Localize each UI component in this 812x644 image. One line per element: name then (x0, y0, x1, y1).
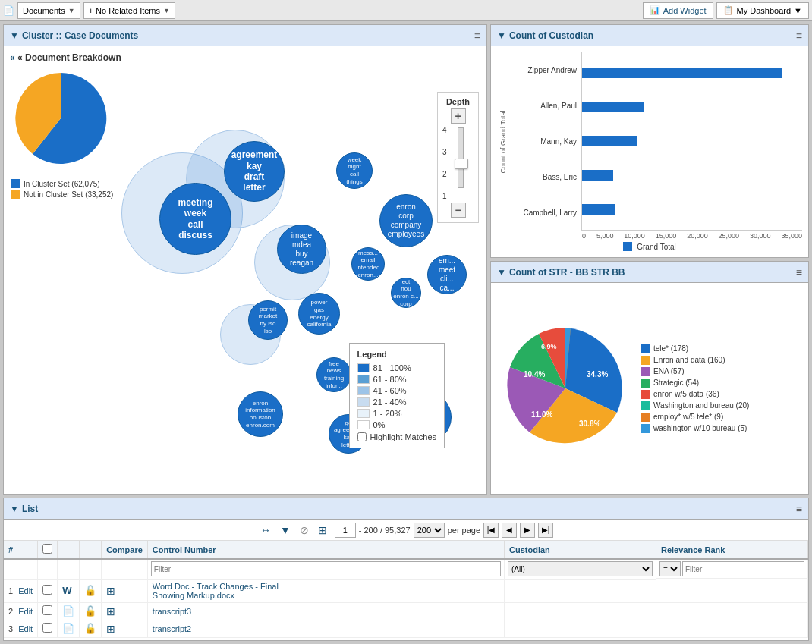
grid-icon[interactable]: ⊞ (316, 523, 329, 538)
row3-checkbox[interactable] (42, 623, 52, 633)
bar-chart-icon: 📊 (650, 5, 660, 15)
str-legend-enron-w5: enron w/5 data (36) (641, 390, 749, 399)
row3-control: transcript2 (147, 620, 504, 637)
bar-chart-x-labels: 0 5,000 10,000 15,000 20,000 25,000 30,0… (497, 232, 802, 240)
depth-1: 1 (442, 192, 447, 200)
documents-dropdown[interactable]: Documents ▼ (17, 2, 80, 19)
compare-icon-3[interactable]: ⊞ (106, 623, 115, 635)
depth-plus-button[interactable]: + (451, 108, 466, 124)
row2-icon-doc: 📄 (58, 602, 80, 620)
col-icon2 (80, 541, 102, 559)
row1-doc-link[interactable]: Word Doc - Track Changes - FinalShowing … (153, 582, 279, 600)
first-page-button[interactable]: |◀ (483, 523, 499, 538)
row1-edit-link[interactable]: Edit (18, 586, 33, 595)
row2-edit-link[interactable]: Edit (18, 607, 33, 616)
col-compare: Compare (102, 541, 148, 559)
left-panel-title: ▼ Cluster :: Case Documents (10, 30, 474, 41)
highlight-matches-checkbox[interactable] (357, 432, 367, 441)
pie-legend-not-in-cluster: Not in Cluster Set (33,252) (11, 190, 113, 199)
bar-chart-content: Count of Grand Total Zipper Andrew Allen… (497, 52, 802, 231)
custodian-panel-menu-icon[interactable]: ≡ (796, 30, 802, 42)
bubble-image[interactable]: imagemdeabuyreagan (277, 225, 326, 274)
row1-icon-w: W (58, 579, 80, 602)
list-panel-header: ▼ List ≡ (4, 498, 808, 520)
last-page-button[interactable]: ▶| (538, 523, 553, 538)
filter-icon[interactable]: ▼ (279, 523, 292, 538)
bar-chart-y-labels: Zipper Andrew Allen, Paul Mann, Kay Bass… (509, 52, 581, 231)
related-items-dropdown[interactable]: + No Related Items ▼ (83, 2, 175, 19)
depth-minus-button[interactable]: − (451, 203, 466, 218)
filter-icon1-cell (58, 559, 80, 579)
bubble-enron-info[interactable]: enroninformationhoustonenron.com (238, 391, 283, 437)
list-panel-menu-icon[interactable]: ≡ (796, 503, 802, 515)
bubble-email-meet[interactable]: em...meetcli...ca... (427, 255, 467, 294)
filter-clear-icon[interactable]: ⊘ (298, 523, 310, 538)
row2-checkbox[interactable] (42, 605, 52, 615)
bubble-agreement[interactable]: agreementkaydraftletter (224, 141, 285, 202)
table-scroll[interactable]: # Compare Control Number Custodian Relev… (4, 541, 808, 640)
filter-icon2-cell (80, 559, 102, 579)
compare-icon-2[interactable]: ⊞ (106, 605, 115, 617)
depth-panel: Depth + 4 3 2 1 − (437, 92, 479, 223)
add-widget-button[interactable]: 📊 Add Widget (643, 2, 713, 19)
page-input[interactable] (335, 523, 356, 538)
compare-icon[interactable]: ⊞ (106, 585, 115, 597)
str-legend-ena: ENA (57) (641, 367, 749, 376)
row1-checkbox[interactable] (42, 585, 52, 595)
str-panel-menu-icon[interactable]: ≡ (796, 266, 802, 278)
right-panels: ▼ Count of Custodian ≡ Count of Grand To… (490, 24, 809, 495)
legend-label-81-100: 81 - 100% (373, 363, 411, 372)
bubble-permit[interactable]: permitmarketny isolso (248, 300, 288, 340)
depth-numbers: 4 3 2 1 (442, 126, 447, 200)
depth-2: 2 (442, 170, 447, 178)
str-pie-chart: 34.3% 30.8% 11.0% 10.4% 6.9% (497, 320, 634, 457)
custodian-panel: ▼ Count of Custodian ≡ Count of Grand To… (490, 24, 809, 258)
y-label-campbell: Campbell, Larry (523, 209, 577, 217)
prev-page-button[interactable]: ◀ (502, 523, 517, 538)
row2-num: 2 Edit (4, 602, 38, 620)
bar-mann (582, 136, 637, 146)
row3-edit-link[interactable]: Edit (18, 624, 33, 633)
dashboard-icon: 📋 (723, 5, 734, 15)
bubble-week-night[interactable]: weeknightcallthings (336, 152, 373, 189)
relevance-operator-select[interactable]: = > < (659, 561, 681, 576)
my-dashboard-dropdown[interactable]: 📋 My Dashboard ▼ (716, 2, 809, 19)
no-related-items-label: + No Related Items (89, 6, 160, 15)
expand-icon[interactable]: ↔ (259, 523, 272, 538)
left-panel-menu-icon[interactable]: ≡ (474, 30, 480, 42)
bar-row-mann (582, 134, 802, 148)
str-triangle-icon: ▼ (497, 267, 506, 278)
bar-chart-y-axis-label: Count of Grand Total (497, 52, 509, 231)
bubble-enron[interactable]: enroncorpcompanyemployees (379, 194, 433, 247)
row2-doc-link[interactable]: transcript3 (153, 607, 191, 616)
doc-icon: 📄 (62, 605, 74, 617)
page-info: - 200 / 95,327 200 100 50 per page |◀ ◀ … (335, 523, 553, 538)
select-all-checkbox[interactable] (42, 544, 52, 554)
custodian-filter-select[interactable]: (All) (508, 561, 653, 576)
bar-zipper (582, 68, 782, 78)
legend-color-41-60 (357, 386, 370, 395)
relevance-filter-input[interactable] (682, 561, 804, 576)
str-legend-tele: tele* (178) (641, 344, 749, 353)
filter-relevance-cell: = > < (656, 560, 808, 579)
per-page-select[interactable]: 200 100 50 (414, 523, 445, 538)
next-page-button[interactable]: ▶ (520, 523, 535, 538)
left-panel-body: « « Document Breakdown I (4, 46, 486, 494)
depth-track[interactable] (458, 127, 464, 188)
related-items-caret: ▼ (163, 7, 170, 14)
row3-custodian (505, 620, 656, 637)
filter-custodian-cell: (All) (505, 559, 656, 579)
top-bar-right: 📊 Add Widget 📋 My Dashboard ▼ (643, 2, 809, 19)
bubble-power[interactable]: powergasenergycalifornia (298, 293, 340, 335)
bubble-free[interactable]: freenewstraininginfor... (316, 357, 351, 392)
bubble-meeting[interactable]: meetingweekcalldiscuss (159, 183, 231, 255)
table-header-row: # Compare Control Number Custodian Relev… (4, 541, 808, 559)
bubble-mess[interactable]: mess...emailintendedenron... (351, 247, 385, 281)
control-number-filter[interactable] (151, 561, 501, 576)
str-legend-washington: Washington and bureau (20) (641, 401, 749, 410)
str-legend-color-washington (641, 401, 650, 410)
depth-thumb[interactable] (455, 159, 468, 169)
y-label-zipper: Zipper Andrew (528, 66, 577, 74)
bubble-ect[interactable]: ecthouenron c...corp (391, 278, 421, 308)
row3-doc-link[interactable]: transcript2 (153, 624, 191, 633)
